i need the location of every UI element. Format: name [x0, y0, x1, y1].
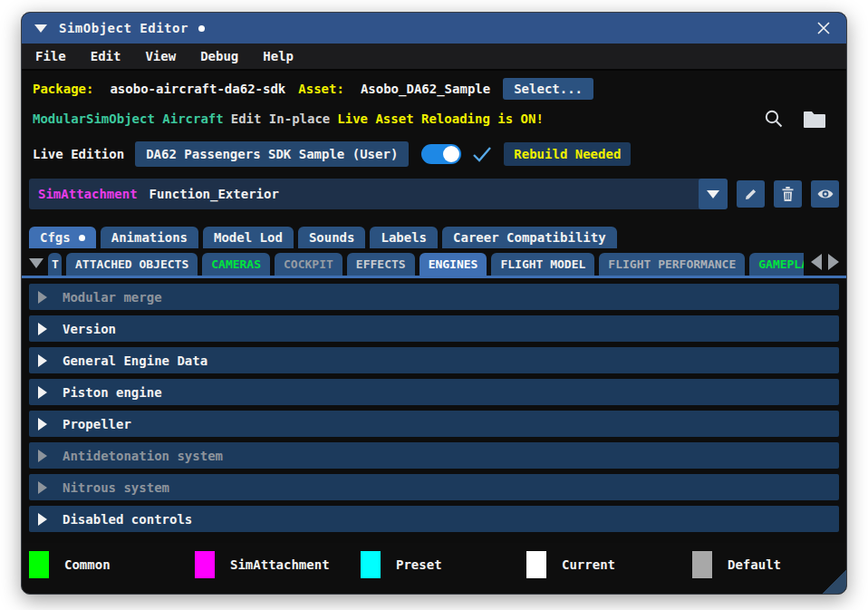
tab-labels[interactable]: Labels	[370, 227, 438, 248]
expand-arrow-icon	[38, 418, 47, 431]
legend-swatch-simattachment	[195, 551, 215, 578]
expand-arrow-icon	[38, 481, 47, 494]
folder-icon[interactable]	[803, 109, 826, 129]
engines-config-panel: Modular merge Version General Engine Dat…	[22, 278, 846, 543]
section-piston-engine[interactable]: Piston engine	[29, 379, 839, 405]
legend-preset: Preset	[361, 551, 526, 578]
section-antidetonation-system[interactable]: Antidetonation system	[29, 442, 839, 469]
section-modular-merge[interactable]: Modular merge	[29, 284, 839, 310]
rebuild-needed-badge[interactable]: Rebuild Needed	[504, 142, 631, 166]
tab-animations[interactable]: Animations	[101, 227, 198, 248]
section-label: Piston engine	[63, 385, 162, 400]
search-icon[interactable]	[763, 108, 785, 130]
section-label: Version	[63, 322, 116, 336]
primary-tab-bar: Cfgs Animations Model Lod Sounds Labels …	[22, 223, 846, 248]
edit-mode-label: Edit In-place	[231, 111, 331, 126]
attachment-dropdown-button[interactable]	[699, 179, 728, 209]
delete-attachment-button[interactable]	[774, 180, 802, 208]
unsaved-changes-dot	[198, 25, 205, 32]
scroll-left-icon[interactable]	[811, 254, 822, 270]
section-label: Disabled controls	[63, 512, 192, 527]
title-bar: SimObject Editor	[22, 13, 846, 44]
tab-gameplay[interactable]: GAMEPLA	[749, 253, 804, 276]
scroll-right-icon[interactable]	[828, 254, 839, 270]
expand-arrow-icon	[38, 323, 47, 335]
tab-cfgs[interactable]: Cfgs	[29, 227, 96, 248]
select-asset-button[interactable]: Select...	[503, 78, 593, 100]
attachment-function-label: Function_Exterior	[149, 187, 279, 201]
expand-arrow-icon	[38, 291, 47, 304]
tab-list-dropdown-icon[interactable]	[29, 258, 43, 268]
legend-swatch-default	[692, 551, 712, 578]
package-value: asobo-aircraft-da62-sdk	[110, 82, 285, 96]
eye-icon	[816, 187, 834, 201]
trash-icon	[780, 186, 796, 202]
status-row-icons	[763, 108, 835, 130]
attachment-type-label: SimAttachment	[38, 187, 138, 201]
attachment-row: SimAttachment Function_Exterior	[22, 179, 846, 209]
section-label: Antidetonation system	[63, 449, 223, 463]
menu-help[interactable]: Help	[263, 49, 294, 63]
package-label: Package:	[33, 82, 93, 96]
section-version[interactable]: Version	[29, 315, 839, 342]
asset-label: Asset:	[298, 82, 344, 96]
menu-view[interactable]: View	[145, 49, 176, 63]
toggle-knob	[443, 146, 459, 162]
tab-model-lod[interactable]: Model Lod	[203, 227, 294, 248]
section-label: Propeller	[63, 417, 131, 431]
section-disabled-controls[interactable]: Disabled controls	[29, 506, 839, 532]
tab-flight-performance[interactable]: FLIGHT PERFORMANCE	[599, 253, 745, 276]
window-title: SimObject Editor	[59, 21, 188, 35]
tab-effects[interactable]: EFFECTS	[347, 253, 415, 276]
menu-debug[interactable]: Debug	[200, 49, 238, 63]
check-icon	[472, 146, 492, 162]
tab-clipped-left[interactable]: T	[48, 253, 62, 276]
legend-simattachment: SimAttachment	[195, 551, 361, 578]
visibility-button[interactable]	[811, 180, 839, 208]
section-label: Modular merge	[63, 290, 162, 305]
expand-arrow-icon	[38, 354, 47, 367]
legend-label: Current	[562, 557, 615, 572]
legend-current: Current	[526, 551, 692, 578]
menu-file[interactable]: File	[35, 49, 66, 63]
live-edition-toggle[interactable]	[421, 144, 461, 164]
expand-arrow-icon	[38, 513, 47, 526]
tab-scroll-arrows	[811, 254, 839, 270]
section-nitrous-system[interactable]: Nitrous system	[29, 474, 839, 500]
legend-swatch-common	[29, 551, 49, 578]
edit-attachment-button[interactable]	[737, 180, 765, 208]
attachment-selector-bar[interactable]: SimAttachment Function_Exterior	[29, 179, 728, 209]
modified-dot	[79, 235, 85, 241]
tab-attached-objects[interactable]: ATTACHED OBJECTS	[66, 253, 198, 276]
simobject-editor-window: SimObject Editor File Edit View Debug He…	[21, 12, 847, 595]
section-label: General Engine Data	[63, 353, 207, 368]
close-icon	[816, 21, 831, 35]
status-row: ModularSimObject Aircraft Edit In-place …	[22, 104, 846, 133]
live-edition-selector[interactable]: DA62 Passengers SDK Sample (User)	[135, 141, 409, 167]
window-collapse-icon[interactable]	[34, 24, 47, 33]
legend-swatch-current	[526, 551, 546, 578]
color-legend: Common SimAttachment Preset Current Defa…	[29, 543, 839, 586]
package-row: Package: asobo-aircraft-da62-sdk Asset: …	[22, 73, 846, 104]
chevron-down-icon	[707, 190, 719, 198]
legend-swatch-preset	[361, 551, 381, 578]
menu-edit[interactable]: Edit	[91, 49, 121, 63]
tab-cameras[interactable]: CAMERAS	[202, 253, 270, 276]
live-edition-label: Live Edition	[33, 147, 124, 161]
expand-arrow-icon	[38, 450, 47, 462]
config-tab-scroll: T ATTACHED OBJECTS CAMERAS COCKPIT EFFEC…	[48, 248, 804, 276]
legend-label: Preset	[396, 557, 442, 572]
tab-flight-model[interactable]: FLIGHT MODEL	[491, 253, 594, 276]
close-button[interactable]	[814, 18, 834, 38]
section-general-engine-data[interactable]: General Engine Data	[29, 347, 839, 373]
section-propeller[interactable]: Propeller	[29, 411, 839, 437]
tab-cockpit[interactable]: COCKPIT	[275, 253, 342, 276]
resize-handle[interactable]	[819, 566, 846, 594]
tab-sounds[interactable]: Sounds	[298, 227, 366, 248]
legend-label: Default	[728, 557, 781, 572]
tab-career-compatibility[interactable]: Career Compatibility	[442, 227, 617, 248]
legend-label: Common	[64, 557, 111, 572]
live-edition-row: Live Edition DA62 Passengers SDK Sample …	[22, 137, 846, 171]
tab-engines[interactable]: ENGINES	[420, 253, 487, 276]
menu-bar: File Edit View Debug Help	[22, 44, 846, 71]
